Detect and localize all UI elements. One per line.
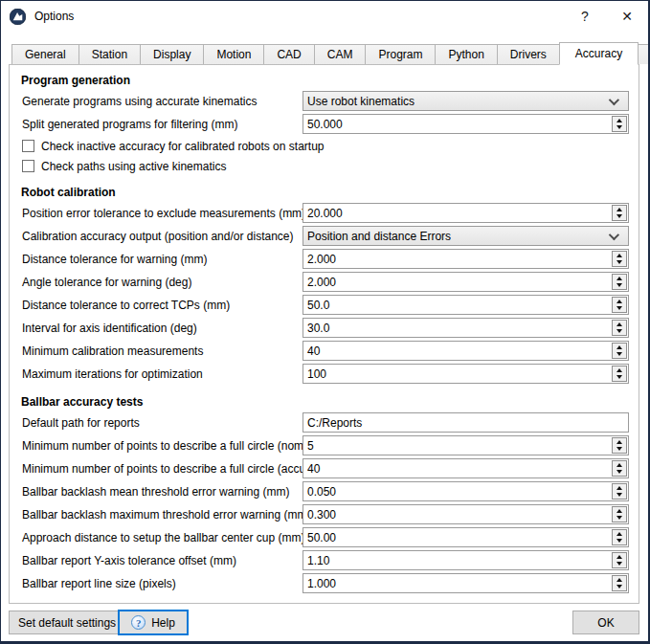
field-label: Angle tolerance for warning (deg) [22,276,191,289]
spin-up-button[interactable] [613,507,626,515]
spinbox-split-filtering[interactable]: 50.000 [303,114,629,134]
arrow-down-icon [616,329,622,333]
spin-down-button[interactable] [613,351,626,359]
spinbox-interval-axis-identification[interactable]: 30.0 [303,318,629,338]
spinbox-value[interactable]: 40 [303,459,612,477]
window-close-button[interactable]: ✕ [606,1,648,32]
tab-station[interactable]: Station [79,44,141,64]
spinbox-value[interactable]: 50.00 [303,528,612,546]
checkbox-check-inactive-accuracy[interactable] [22,140,34,152]
spinbox-value[interactable]: 100 [303,365,612,383]
arrow-up-icon [616,119,622,122]
spin-down-button[interactable] [613,584,626,591]
spin-down-button[interactable] [613,282,626,290]
spin-down-button[interactable] [613,538,626,545]
spin-down-button[interactable] [613,446,626,454]
spin-up-button[interactable] [613,275,626,282]
spinner-buttons [612,205,627,221]
spinbox-distance-tolerance-warning[interactable]: 2.000 [303,249,629,269]
tab-drivers[interactable]: Drivers [498,44,560,64]
spin-down-button[interactable] [613,259,626,267]
spinbox-value[interactable]: 20.000 [303,204,612,222]
spin-up-button[interactable] [613,438,626,446]
spin-up-button[interactable] [613,553,626,561]
spinbox-yaxis-tolerance-offset[interactable]: 1.10 [303,550,629,570]
checkbox-label: Check paths using active kinematics [41,160,226,173]
spin-up-button[interactable] [613,321,626,328]
spinbox-value[interactable]: 5 [303,436,612,455]
spinner-buttons [612,116,627,132]
help-button[interactable]: ? Help [118,610,189,635]
spinbox-min-points-nominal[interactable]: 5 [303,435,629,455]
tab-program[interactable]: Program [366,44,436,64]
arrow-up-icon [616,463,622,467]
tab-other[interactable]: Other [638,44,650,64]
spinbox-value[interactable]: 0.300 [303,505,612,523]
spin-up-button[interactable] [613,366,626,374]
window-help-button[interactable]: ? [564,1,606,32]
spinbox-max-iterations-optimization[interactable]: 100 [303,364,629,384]
spin-up-button[interactable] [613,298,626,305]
ok-button[interactable]: OK [572,611,639,634]
spinbox-value[interactable]: 1.000 [303,574,612,592]
set-default-settings-button[interactable]: Set default settings [9,611,125,634]
dropdown-accurate-kinematics[interactable]: Use robot kinematics [303,91,629,111]
tab-cam[interactable]: CAM [315,44,367,64]
tab-cad[interactable]: CAD [264,44,314,64]
spin-down-button[interactable] [613,492,626,500]
spin-up-button[interactable] [613,576,626,584]
spinbox-value[interactable]: 40 [303,342,612,360]
dropdown-calibration-accuracy-output[interactable]: Position and distance Errors [303,226,629,246]
spin-down-button[interactable] [613,374,626,382]
spinbox-angle-tolerance-warning[interactable]: 2.000 [303,272,629,292]
field-label: Minimum number of points to describe a f… [22,439,325,453]
spinbox-report-line-size[interactable]: 1.000 [303,573,629,593]
form-row: Default path for reports C:/Reports [10,411,639,434]
spinbox-position-error-tolerance[interactable]: 20.000 [303,203,629,223]
spin-up-button[interactable] [613,252,626,259]
form-row: Ballbar backlash maximum threshold error… [10,503,639,526]
tab-motion[interactable]: Motion [204,44,264,64]
spinbox-value[interactable]: 30.0 [303,319,612,337]
spinbox-backlash-mean-threshold[interactable]: 0.050 [303,481,629,501]
spin-down-button[interactable] [613,515,626,522]
field-label: Position error tolerance to exclude meas… [22,207,305,220]
checkbox-check-paths-active-kinematics[interactable] [22,160,34,172]
field-label: Ballbar backlash maximum threshold error… [22,508,310,522]
tab-general[interactable]: General [11,44,79,64]
spin-up-button[interactable] [613,117,626,124]
field-label: Generate programs using accurate kinemat… [22,95,257,108]
spin-down-button[interactable] [613,328,626,336]
spin-down-button[interactable] [613,124,626,132]
spin-up-button[interactable] [613,206,626,213]
input-value[interactable]: C:/Reports [303,413,628,432]
spinbox-value[interactable]: 0.050 [303,482,612,500]
spinbox-value[interactable]: 2.000 [303,250,612,268]
accuracy-tab-page: Program generation Generate programs usi… [9,64,639,604]
spinner-buttons [612,274,627,290]
spinbox-value[interactable]: 50.000 [303,115,612,133]
spinbox-distance-tolerance-tcp[interactable]: 50.0 [303,295,629,315]
spin-down-button[interactable] [613,213,626,221]
spinbox-min-points-accurate[interactable]: 40 [303,458,629,478]
spin-up-button[interactable] [613,461,626,469]
spinbox-value[interactable]: 50.0 [303,296,612,314]
spin-up-button[interactable] [613,484,626,492]
spinner-buttons [612,437,627,454]
spinbox-approach-distance-center-cup[interactable]: 50.00 [303,527,629,547]
spin-down-button[interactable] [613,469,626,477]
tab-python[interactable]: Python [436,44,497,64]
spin-up-button[interactable] [613,344,626,351]
spinbox-value[interactable]: 1.10 [303,551,612,569]
input-default-report-path[interactable]: C:/Reports [303,412,629,433]
spinbox-value[interactable]: 2.000 [303,273,612,291]
tab-accuracy[interactable]: Accuracy [559,42,639,65]
spinbox-min-calibration-measurements[interactable]: 40 [303,341,629,361]
tab-display[interactable]: Display [141,44,204,64]
spin-down-button[interactable] [613,305,626,313]
spin-up-button[interactable] [613,530,626,538]
spinbox-backlash-max-threshold[interactable]: 0.300 [303,504,629,524]
dropdown-value: Use robot kinematics [307,95,415,108]
spin-down-button[interactable] [613,561,626,568]
dropdown-value: Position and distance Errors [307,230,451,243]
